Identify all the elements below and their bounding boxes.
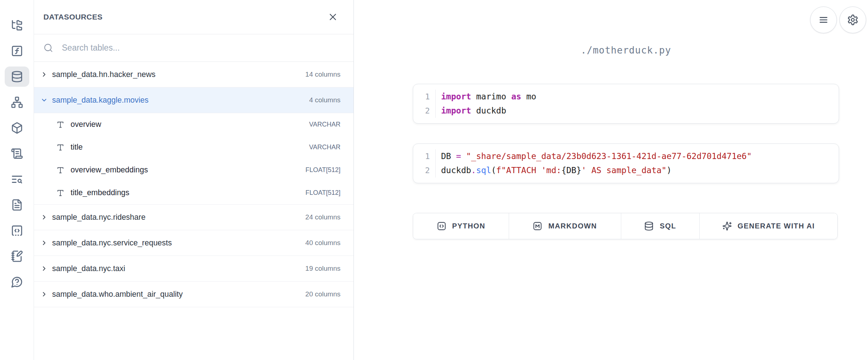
line-numbers: 1 2 [413, 149, 436, 177]
sidebar-item-snippets[interactable] [5, 220, 29, 241]
table-name: sample_data.hn.hacker_news [52, 70, 305, 79]
code-square-icon [437, 221, 446, 231]
menu-icon [818, 14, 829, 26]
column-row[interactable]: title_embeddings FLOAT[512] [34, 181, 353, 204]
table-name: sample_data.nyc.service_requests [52, 239, 305, 248]
add-markdown-cell-button[interactable]: MARKDOWN [509, 213, 621, 239]
generate-with-ai-button[interactable]: GENERATE WITH AI [700, 213, 837, 239]
chevron-right-icon [41, 265, 48, 272]
search-bar [34, 34, 353, 62]
settings-button[interactable] [839, 7, 866, 33]
chevron-right-icon [41, 71, 48, 78]
code-line: import marimo as mo [441, 90, 839, 104]
table-name: sample_data.nyc.taxi [52, 264, 305, 273]
code-line: duckdb.sql(f"ATTACH 'md:{DB}' AS sample_… [441, 163, 839, 177]
expanded-columns-list: overview VARCHAR title VARCHAR overview_… [34, 113, 353, 205]
add-python-cell-button[interactable]: PYTHON [413, 213, 509, 239]
column-type: VARCHAR [309, 143, 340, 151]
table-columns-count: 14 columns [305, 70, 340, 78]
table-name: sample_data.who.ambient_air_quality [52, 290, 305, 299]
column-name: overview_embeddings [71, 166, 305, 175]
sidebar-item-logs[interactable] [5, 169, 29, 189]
table-columns-count: 40 columns [305, 239, 340, 247]
table-columns-count: 20 columns [305, 290, 340, 298]
column-type: FLOAT[512] [305, 166, 340, 174]
code-square-dashed-icon [11, 224, 23, 237]
code-editor[interactable]: import marimo as mo import duckdb [436, 90, 839, 118]
table-name: sample_data.nyc.rideshare [52, 213, 305, 222]
table-columns-count: 24 columns [305, 213, 340, 221]
box-icon [11, 122, 23, 134]
table-row[interactable]: sample_data.nyc.rideshare 24 columns [34, 205, 353, 230]
chat-question-icon [11, 276, 23, 288]
type-text-icon [56, 166, 64, 174]
scroll-text-icon [11, 147, 23, 160]
chevron-right-icon [41, 291, 48, 298]
table-row[interactable]: sample_data.who.ambient_air_quality 20 c… [34, 282, 353, 307]
sidebar-item-packages[interactable] [5, 118, 29, 138]
code-line: DB = "_share/sample_data/23b0d623-1361-4… [441, 149, 839, 163]
sidebar-item-dependencies[interactable] [5, 92, 29, 112]
text-search-icon [11, 173, 23, 185]
column-type: FLOAT[512] [305, 189, 340, 197]
sidebar-item-datasources[interactable] [5, 67, 29, 87]
panel-title: DATASOURCES [43, 13, 102, 21]
table-row[interactable]: sample_data.nyc.service_requests 40 colu… [34, 230, 353, 256]
add-cell-button-row: PYTHON MARKDOWN SQL GENERATE WITH AI [413, 213, 838, 239]
chevron-right-icon [41, 239, 48, 247]
sidebar-item-scratchpad[interactable] [5, 246, 29, 266]
notebook-pen-icon [11, 250, 23, 262]
code-editor[interactable]: DB = "_share/sample_data/23b0d623-1361-4… [436, 149, 839, 177]
database-icon [11, 70, 23, 83]
column-type: VARCHAR [309, 121, 340, 128]
gear-icon [847, 14, 859, 26]
line-numbers: 1 2 [413, 90, 436, 118]
database-icon [644, 221, 654, 231]
sidebar-item-file-explorer[interactable] [5, 15, 29, 35]
panel-header: DATASOURCES [34, 0, 353, 34]
sidebar-item-documentation[interactable] [5, 195, 29, 215]
folder-tree-icon [11, 19, 23, 31]
datasources-panel: DATASOURCES sample_data.hn.hacker_news 1… [34, 0, 354, 360]
type-text-icon [56, 189, 64, 197]
code-cell: 1 2 DB = "_share/sample_data/23b0d623-13… [413, 143, 839, 183]
column-row[interactable]: overview_embeddings FLOAT[512] [34, 159, 353, 181]
column-name: title_embeddings [71, 188, 305, 197]
table-columns-count: 19 columns [305, 265, 340, 273]
table-name: sample_data.kaggle.movies [52, 96, 309, 105]
chevron-right-icon [41, 214, 48, 221]
table-row[interactable]: sample_data.hn.hacker_news 14 columns [34, 62, 353, 87]
column-name: overview [71, 120, 309, 129]
code-cell: 1 2 import marimo as mo import duckdb [413, 84, 839, 124]
sidebar-item-help[interactable] [5, 272, 29, 292]
column-row[interactable]: overview VARCHAR [34, 113, 353, 136]
type-text-icon [56, 121, 64, 129]
table-columns-count: 4 columns [309, 96, 340, 104]
search-input[interactable] [61, 43, 344, 53]
column-name: title [71, 143, 309, 152]
close-icon[interactable] [327, 12, 338, 22]
function-square-icon [11, 45, 23, 57]
column-row[interactable]: title VARCHAR [34, 136, 353, 159]
file-text-icon [11, 199, 23, 211]
add-sql-cell-label: SQL [660, 222, 676, 230]
sidebar-item-tracebacks[interactable] [5, 143, 29, 164]
notebook-menu-button[interactable] [810, 7, 837, 33]
sparkles-icon [722, 221, 732, 231]
chevron-down-icon [41, 97, 48, 104]
network-icon [11, 96, 23, 108]
code-line: import duckdb [441, 104, 839, 118]
markdown-square-icon [533, 221, 542, 231]
search-icon [43, 43, 53, 53]
table-row[interactable]: sample_data.nyc.taxi 19 columns [34, 256, 353, 282]
sidebar-item-variables[interactable] [5, 41, 29, 61]
table-row-selected[interactable]: sample_data.kaggle.movies 4 columns [34, 87, 353, 113]
add-markdown-cell-label: MARKDOWN [548, 222, 597, 230]
notebook-filename[interactable]: ./motherduck.py [413, 45, 839, 56]
type-text-icon [56, 143, 64, 151]
add-python-cell-label: PYTHON [452, 222, 486, 230]
add-sql-cell-button[interactable]: SQL [621, 213, 700, 239]
generate-with-ai-label: GENERATE WITH AI [738, 222, 815, 230]
activity-rail [0, 0, 34, 360]
